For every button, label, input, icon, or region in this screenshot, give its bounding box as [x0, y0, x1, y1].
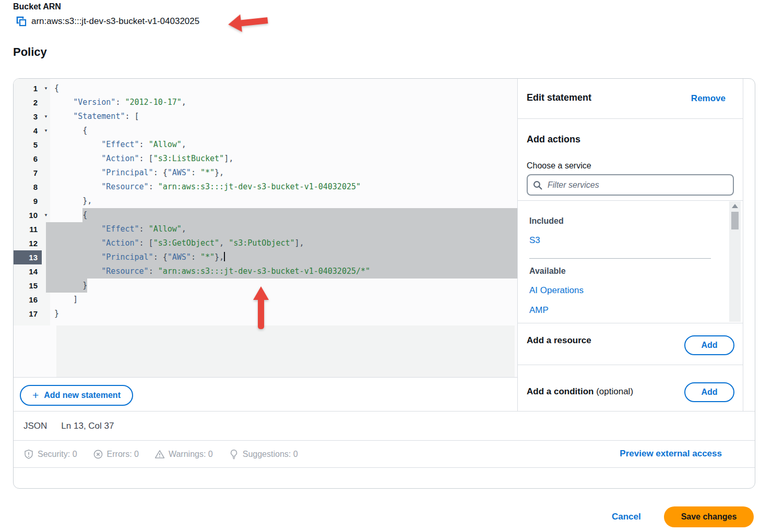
code-line-content[interactable]: "Version": "2012-10-17",	[50, 95, 517, 110]
add-new-statement-button[interactable]: + Add new statement	[20, 385, 133, 406]
code-token: "Allow"	[149, 224, 182, 234]
line-number: 16	[14, 293, 42, 307]
error-circle-icon	[93, 449, 103, 460]
line-number: 5	[14, 138, 42, 152]
text-cursor	[224, 252, 225, 261]
services-scrollbar[interactable]	[729, 201, 741, 322]
filter-services-box	[527, 174, 734, 196]
code-token: },	[215, 252, 224, 262]
code-line-11[interactable]: 11 "Effect": "Allow",	[14, 222, 517, 236]
add-resource-button[interactable]: Add	[684, 335, 734, 355]
code-token: "arn:aws:s3:::jt-dev-s3-bucket-v1-040320…	[158, 182, 361, 191]
edit-statement-header: Edit statement Remove	[518, 79, 743, 119]
cancel-button[interactable]: Cancel	[612, 506, 648, 527]
fold-arrow-icon[interactable]: ▼	[42, 208, 50, 222]
code-line-content[interactable]: },	[50, 194, 517, 208]
scrollbar-up-arrow-icon[interactable]	[732, 204, 738, 208]
code-token	[54, 98, 73, 107]
code-token: "Effect"	[101, 224, 139, 234]
fold-spacer	[42, 166, 50, 180]
code-editor[interactable]: 1▼{2 "Version": "2012-10-17",3▼ "Stateme…	[14, 79, 517, 378]
code-token	[54, 168, 101, 177]
code-line-14[interactable]: 14 "Resource": "arn:aws:s3:::jt-dev-s3-b…	[14, 264, 517, 279]
code-line-7[interactable]: 7 "Principal": {"AWS": "*"},	[14, 166, 517, 180]
line-number: 1	[14, 81, 42, 95]
code-token: : {	[153, 168, 168, 177]
fold-arrow-icon[interactable]: ▼	[42, 110, 50, 124]
code-token	[54, 154, 101, 163]
code-token: ,	[182, 224, 186, 234]
plus-icon: +	[32, 390, 39, 401]
line-number: 6	[14, 152, 42, 166]
code-line-content[interactable]: "Resource": "arn:aws:s3:::jt-dev-s3-buck…	[50, 264, 517, 279]
code-line-content[interactable]: "Effect": "Allow",	[50, 222, 517, 236]
remove-statement-link[interactable]: Remove	[691, 93, 726, 104]
service-link-ai-operations[interactable]: AI Operations	[529, 285, 584, 296]
add-condition-label-text: Add a condition	[527, 386, 593, 396]
code-line-8[interactable]: 8 "Resource": "arn:aws:s3:::jt-dev-s3-bu…	[14, 180, 517, 194]
code-line-13[interactable]: 13 "Principal": {"AWS": "*"},	[14, 250, 517, 264]
add-resource-row: Add a resource Add	[518, 323, 743, 365]
services-divider	[529, 258, 711, 259]
service-link-amp[interactable]: AMP	[529, 305, 549, 316]
code-token: ],	[295, 238, 304, 248]
code-line-16[interactable]: 16 ]	[14, 293, 517, 307]
code-line-content[interactable]: "Action": ["s3:GetObject", "s3:PutObject…	[50, 236, 517, 250]
save-changes-button[interactable]: Save changes	[664, 506, 754, 527]
code-line-4[interactable]: 4▼ {	[14, 124, 517, 138]
code-line-content[interactable]: "Resource": "arn:aws:s3:::jt-dev-s3-buck…	[50, 180, 517, 194]
code-line-6[interactable]: 6 "Action": ["s3:ListBucket"],	[14, 152, 517, 166]
code-line-content[interactable]: "Principal": {"AWS": "*"},	[50, 166, 517, 180]
warnings-status: Warnings: 0	[155, 449, 213, 460]
preview-external-access-link[interactable]: Preview external access	[620, 449, 722, 459]
add-condition-button[interactable]: Add	[684, 382, 734, 402]
code-line-15[interactable]: 15 }	[14, 279, 517, 293]
choose-service-label: Choose a service	[527, 161, 591, 171]
line-number: 7	[14, 166, 42, 180]
code-token: {	[54, 126, 87, 135]
fold-spacer	[42, 95, 50, 110]
code-token: : {	[153, 252, 168, 262]
code-line-5[interactable]: 5 "Effect": "Allow",	[14, 138, 517, 152]
bucket-arn-label: Bucket ARN	[13, 2, 61, 11]
code-token: "Version"	[73, 98, 115, 107]
editor-empty-area[interactable]	[56, 325, 515, 377]
code-line-content[interactable]: "Statement": [	[50, 110, 517, 124]
code-line-2[interactable]: 2 "Version": "2012-10-17",	[14, 95, 517, 110]
service-link-s3[interactable]: S3	[529, 235, 540, 246]
code-editor-lines[interactable]: 1▼{2 "Version": "2012-10-17",3▼ "Stateme…	[14, 81, 517, 321]
code-line-content[interactable]: "Principal": {"AWS": "*"},	[50, 250, 517, 264]
code-token: :	[115, 98, 125, 107]
code-line-content[interactable]: {	[50, 124, 517, 138]
fold-spacer	[42, 152, 50, 166]
line-number: 2	[14, 95, 42, 110]
code-line-content[interactable]: ]	[50, 293, 517, 307]
line-number: 3	[14, 110, 42, 124]
warning-triangle-icon	[155, 449, 165, 460]
code-line-content[interactable]: "Action": ["s3:ListBucket"],	[50, 152, 517, 166]
code-line-content[interactable]: }	[50, 279, 517, 293]
security-shield-icon	[23, 449, 34, 460]
scrollbar-thumb[interactable]	[731, 212, 739, 229]
code-line-9[interactable]: 9 },	[14, 194, 517, 208]
bucket-arn-value: arn:aws:s3:::jt-dev-s3-bucket-v1-0403202…	[31, 16, 199, 27]
code-line-content[interactable]: "Effect": "Allow",	[50, 138, 517, 152]
filter-services-input[interactable]	[547, 180, 728, 190]
code-line-content[interactable]: }	[50, 307, 517, 321]
fold-arrow-icon[interactable]: ▼	[42, 124, 50, 138]
fold-arrow-icon[interactable]: ▼	[42, 81, 50, 95]
code-line-12[interactable]: 12 "Action": ["s3:GetObject", "s3:PutObj…	[14, 236, 517, 250]
code-line-10[interactable]: 10▼ {	[14, 208, 517, 222]
policy-editor-card: 1▼{2 "Version": "2012-10-17",3▼ "Stateme…	[13, 78, 755, 489]
code-line-content[interactable]: {	[50, 81, 517, 95]
code-line-3[interactable]: 3▼ "Statement": [	[14, 110, 517, 124]
code-line-1[interactable]: 1▼{	[14, 81, 517, 95]
copy-icon[interactable]	[16, 16, 27, 27]
code-token: "*"	[200, 168, 215, 177]
code-token: "AWS"	[168, 168, 191, 177]
code-line-content[interactable]: {	[50, 208, 517, 222]
code-line-17[interactable]: 17}	[14, 307, 517, 321]
line-number: 4	[14, 124, 42, 138]
add-actions-title: Add actions	[527, 134, 580, 145]
bucket-arn-row: arn:aws:s3:::jt-dev-s3-bucket-v1-0403202…	[16, 16, 199, 27]
